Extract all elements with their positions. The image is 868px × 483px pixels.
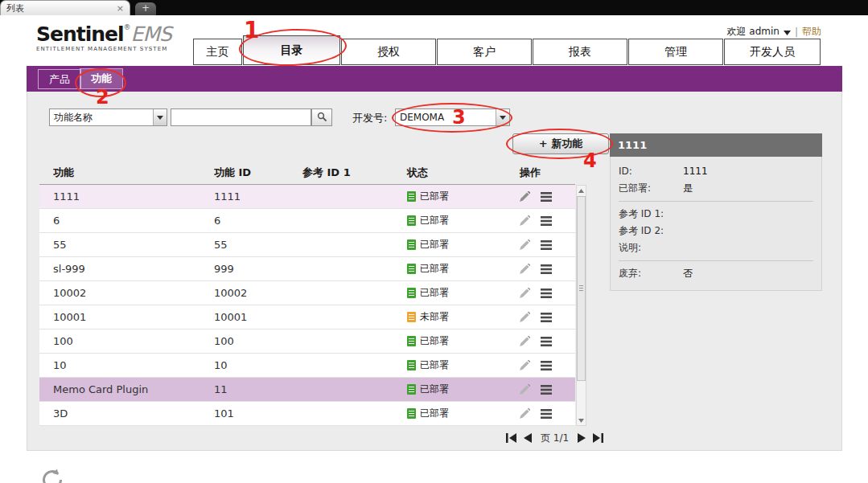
search-icon xyxy=(317,110,327,125)
search-input[interactable] xyxy=(171,108,311,126)
detail-group: ID:1111 已部署:是 xyxy=(619,163,813,197)
help-link[interactable]: 帮助 xyxy=(802,25,821,39)
divider: | xyxy=(795,27,798,38)
table-row[interactable]: Memo Card Plugin 11 已部署 xyxy=(39,378,575,402)
menu-icon[interactable] xyxy=(541,385,552,395)
next-page-button[interactable] xyxy=(578,431,586,446)
developer-id-label: 开发号: xyxy=(352,111,387,125)
header: Sentinel®EMS ENTITLEMENT MANAGEMENT SYST… xyxy=(0,15,868,66)
status-doc-icon xyxy=(407,288,416,298)
scroll-up-icon[interactable] xyxy=(577,186,586,195)
new-feature-button[interactable]: + 新功能 xyxy=(512,133,609,154)
chevron-down-icon[interactable] xyxy=(153,109,167,125)
menu-icon[interactable] xyxy=(541,409,552,419)
edit-icon[interactable] xyxy=(520,264,530,274)
feature-name: 100 xyxy=(53,330,73,353)
menu-icon[interactable] xyxy=(541,337,552,346)
menu-icon[interactable] xyxy=(541,192,552,202)
welcome-text[interactable]: 欢迎 admin xyxy=(727,25,780,39)
page-indicator: 页 1/1 xyxy=(539,432,570,445)
table-row[interactable]: 6 6 已部署 xyxy=(39,209,575,233)
tab-reports[interactable]: 报表 xyxy=(533,39,627,65)
detail-panel: 1111 ID:1111 已部署:是 参考 ID 1: 参考 ID 2: 说明:… xyxy=(610,133,822,291)
edit-icon[interactable] xyxy=(520,191,530,202)
vertical-scrollbar[interactable] xyxy=(576,185,586,426)
main-content: 功能名称 开发号: DEMOMA + 新功能 功能 功能 ID 参考 ID 1 … xyxy=(27,92,842,451)
column-header-ref-id-1: 参考 ID 1 xyxy=(302,161,351,185)
tab-customers[interactable]: 客户 xyxy=(437,39,532,65)
logo-accent-text: EMS xyxy=(131,23,171,46)
edit-icon[interactable] xyxy=(520,360,530,370)
column-header-status: 状态 xyxy=(407,161,428,185)
scroll-down-icon[interactable] xyxy=(577,415,586,425)
subtab-features[interactable]: 功能 xyxy=(80,68,123,89)
table-row[interactable]: sl-999 999 已部署 xyxy=(39,257,575,281)
menu-icon[interactable] xyxy=(541,361,552,370)
status-text: 已部署 xyxy=(420,334,449,348)
menu-icon[interactable] xyxy=(541,313,552,322)
tab-catalog[interactable]: 目录 xyxy=(243,35,340,65)
chevron-down-icon[interactable] xyxy=(496,109,509,125)
field-label: 说明: xyxy=(619,239,683,256)
status-doc-icon xyxy=(407,408,416,419)
chevron-down-icon[interactable] xyxy=(784,27,791,38)
column-header-feature: 功能 xyxy=(53,161,74,185)
scrollbar-thumb[interactable] xyxy=(577,196,586,381)
close-icon[interactable]: × xyxy=(113,3,124,14)
last-page-button[interactable] xyxy=(593,431,603,446)
refresh-icon[interactable] xyxy=(40,468,64,483)
prev-page-button[interactable] xyxy=(524,431,532,446)
status-doc-icon xyxy=(407,312,416,322)
feature-name: 1111 xyxy=(53,185,80,208)
dropdown-value: 功能名称 xyxy=(50,111,153,125)
edit-icon[interactable] xyxy=(520,384,530,395)
field-value: 是 xyxy=(683,180,693,197)
status-text: 已部署 xyxy=(420,358,449,372)
table-row[interactable]: 55 55 已部署 xyxy=(39,233,575,257)
browser-tab-title: 列表 xyxy=(6,2,113,14)
page: 列表 × + Sentinel®EMS ENTITLEMENT MANAGEME… xyxy=(0,0,868,483)
feature-name: 6 xyxy=(53,209,60,232)
status-text: 未部署 xyxy=(420,310,449,324)
table-row[interactable]: 100 100 已部署 xyxy=(39,330,575,354)
logo-text: Sentinel xyxy=(36,23,124,46)
edit-icon[interactable] xyxy=(520,336,530,346)
table-row[interactable]: 1111 1111 已部署 xyxy=(39,185,575,209)
edit-icon[interactable] xyxy=(520,288,530,298)
menu-icon[interactable] xyxy=(541,240,552,250)
field-label: 已部署: xyxy=(619,180,683,197)
status-doc-icon xyxy=(407,384,416,395)
status-text: 已部署 xyxy=(420,238,449,252)
tab-developer[interactable]: 开发人员 xyxy=(724,39,821,65)
status-text: 已部署 xyxy=(420,190,449,203)
subtab-products[interactable]: 产品 xyxy=(38,69,81,89)
status-doc-icon xyxy=(407,360,416,370)
table-row[interactable]: 3D 101 已部署 xyxy=(39,402,575,426)
edit-icon[interactable] xyxy=(520,408,530,419)
detail-panel-body: ID:1111 已部署:是 参考 ID 1: 参考 ID 2: 说明: 废弃:否 xyxy=(610,157,822,291)
field-label: 参考 ID 2: xyxy=(619,223,683,239)
edit-icon[interactable] xyxy=(520,312,530,322)
feature-id: 11 xyxy=(214,378,228,401)
feature-name: 10002 xyxy=(53,281,86,305)
tab-administration[interactable]: 管理 xyxy=(628,39,723,65)
first-page-button[interactable] xyxy=(506,431,516,446)
tab-home[interactable]: 主页 xyxy=(193,39,242,65)
new-tab-button[interactable]: + xyxy=(135,2,156,15)
browser-tab[interactable]: 列表 × xyxy=(0,0,130,15)
field-label: 废弃: xyxy=(619,265,683,282)
search-field-dropdown[interactable]: 功能名称 xyxy=(49,108,167,126)
table-row[interactable]: 10 10 已部署 xyxy=(39,354,575,378)
menu-icon[interactable] xyxy=(541,264,552,274)
subnav-band: 产品 功能 xyxy=(27,66,842,92)
menu-icon[interactable] xyxy=(541,289,552,298)
table-row[interactable]: 10002 10002 已部署 xyxy=(39,281,575,305)
tab-entitlements[interactable]: 授权 xyxy=(341,39,436,65)
feature-id: 101 xyxy=(214,402,234,425)
edit-icon[interactable] xyxy=(520,239,530,250)
table-row[interactable]: 10001 10001 未部署 xyxy=(39,305,575,330)
developer-id-dropdown[interactable]: DEMOMA xyxy=(395,108,510,126)
menu-icon[interactable] xyxy=(541,216,552,226)
search-button[interactable] xyxy=(311,108,332,126)
edit-icon[interactable] xyxy=(520,215,530,226)
